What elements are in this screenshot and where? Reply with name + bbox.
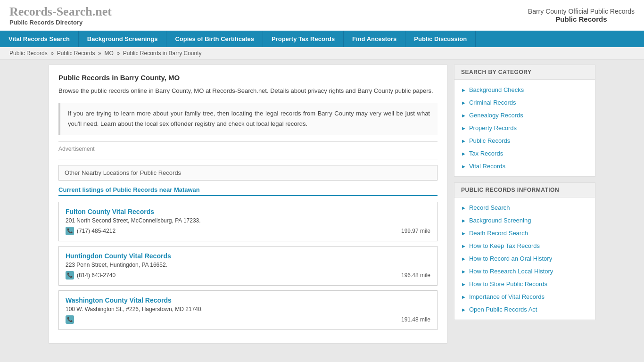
- sidebar-item-background-screening[interactable]: ► Background Screening: [454, 214, 595, 227]
- nav-public-discussion[interactable]: Public Discussion: [405, 31, 476, 47]
- nav-birth-certificates[interactable]: Copies of Birth Certificates: [166, 31, 263, 47]
- sidebar-item-property-records[interactable]: ► Property Records: [454, 122, 595, 134]
- arrow-icon: ►: [461, 294, 466, 300]
- arrow-icon: ►: [461, 230, 466, 236]
- sidebar-item-background-checks[interactable]: ► Background Checks: [454, 83, 595, 96]
- sidebar-item-store-records[interactable]: ► How to Store Public Records: [454, 278, 595, 290]
- record-name[interactable]: Washington County Vital Records: [66, 296, 430, 304]
- blockquote: If you are trying to learn more about yo…: [58, 103, 438, 135]
- phone-icon: 📞: [66, 271, 74, 280]
- breadcrumb-current: Public Records in Barry County: [123, 50, 202, 57]
- sidebar-item-open-public-records[interactable]: ► Open Public Records Act: [454, 303, 595, 316]
- header-county: Barry County Official Public Records: [528, 8, 635, 15]
- nav-property-tax[interactable]: Property Tax Records: [263, 31, 344, 47]
- sidebar-category-list: ► Background Checks ► Criminal Records ►…: [454, 80, 595, 176]
- header: Records-Search.net Public Records Direct…: [0, 0, 644, 31]
- sidebar-item-public-records[interactable]: ► Public Records: [454, 134, 595, 147]
- nav-find-ancestors[interactable]: Find Ancestors: [344, 31, 405, 47]
- record-name[interactable]: Fulton County Vital Records: [66, 208, 430, 215]
- arrow-icon: ►: [461, 205, 466, 211]
- nav-spacer: [476, 31, 625, 47]
- sidebar-item-tax-records[interactable]: ► Tax Records: [454, 147, 595, 160]
- sidebar-item-label: Open Public Records Act: [469, 306, 537, 313]
- sidebar-item-label: Importance of Vital Records: [469, 293, 545, 300]
- logo-text[interactable]: Records-Search.net: [9, 5, 112, 19]
- sidebar-category-title: SEARCH BY CATEGORY: [454, 65, 595, 80]
- sidebar-item-label: Property Records: [469, 124, 517, 132]
- breadcrumb-link-3[interactable]: MO: [104, 50, 113, 57]
- record-address: 223 Penn Street, Huntingdon, PA 16652.: [66, 262, 430, 268]
- sidebar-item-label: How to Research Local History: [469, 268, 553, 275]
- arrow-icon: ►: [461, 100, 466, 106]
- listings-title: Current listings of Public Records near …: [58, 186, 438, 196]
- arrow-icon: ►: [461, 281, 466, 287]
- record-name[interactable]: Huntingdon County Vital Records: [66, 252, 430, 260]
- sidebar-item-label: Record Search: [469, 204, 510, 211]
- sidebar-category-box: SEARCH BY CATEGORY ► Background Checks ►…: [454, 65, 595, 177]
- sidebar-info-title: PUBLIC RECORDS INFORMATION: [454, 183, 595, 197]
- arrow-icon: ►: [461, 218, 466, 223]
- navigation: Vital Records Search Background Screenin…: [0, 31, 644, 47]
- arrow-icon: ►: [461, 138, 466, 144]
- arrow-icon: ►: [461, 125, 466, 131]
- record-phone: 📞 (717) 485-4212: [66, 227, 116, 235]
- nearby-box: Other Nearby Locations for Public Record…: [58, 165, 438, 181]
- arrow-icon: ►: [461, 87, 466, 93]
- record-distance: 199.97 mile: [401, 228, 430, 234]
- arrow-icon: ►: [461, 256, 466, 262]
- arrow-icon: ►: [461, 307, 466, 313]
- record-address: 201 North Second Street, McConnellsburg,…: [66, 217, 430, 224]
- sidebar-item-label: Death Record Search: [469, 230, 528, 237]
- record-card: Huntingdon County Vital Records 223 Penn…: [58, 246, 438, 286]
- breadcrumb-link-1[interactable]: Public Records: [9, 50, 48, 57]
- nav-background-screenings[interactable]: Background Screenings: [79, 31, 167, 47]
- sidebar-item-record-search[interactable]: ► Record Search: [454, 201, 595, 214]
- arrow-icon: ►: [461, 164, 466, 169]
- sidebar-item-local-history[interactable]: ► How to Research Local History: [454, 265, 595, 278]
- main-layout: Public Records in Barry County, MO Brows…: [44, 60, 600, 348]
- record-address: 100 W. Washington St., #226, Hagerstown,…: [66, 306, 430, 313]
- sidebar-item-how-to-keep-tax[interactable]: ► How to Keep Tax Records: [454, 239, 595, 252]
- record-phone-row: 📞 (717) 485-4212 199.97 mile: [66, 227, 430, 235]
- sidebar-item-label: Vital Records: [469, 163, 505, 170]
- arrow-icon: ►: [461, 269, 466, 274]
- record-distance: 191.48 mile: [401, 316, 430, 323]
- nav-end: [625, 31, 644, 47]
- sidebar-info-list: ► Record Search ► Background Screening ►…: [454, 197, 595, 320]
- sidebar-item-oral-history[interactable]: ► How to Record an Oral History: [454, 252, 595, 265]
- header-right: Barry County Official Public Records Pub…: [528, 8, 635, 23]
- phone-icon: 📞: [66, 227, 74, 235]
- sidebar-item-vital-records[interactable]: ► Vital Records: [454, 160, 595, 173]
- sidebar-item-genealogy-records[interactable]: ► Genealogy Records: [454, 109, 595, 122]
- sidebar-item-label: How to Record an Oral History: [469, 255, 552, 262]
- ad-section: Advertisement: [58, 141, 438, 159]
- logo-main: Records-Search.net: [9, 5, 112, 18]
- sidebar-item-label: Criminal Records: [469, 99, 516, 106]
- record-card: Washington County Vital Records 100 W. W…: [58, 290, 438, 330]
- sidebar-item-label: Genealogy Records: [469, 112, 523, 119]
- record-distance: 196.48 mile: [401, 272, 430, 279]
- sidebar-item-label: How to Keep Tax Records: [469, 242, 540, 249]
- arrow-icon: ►: [461, 113, 466, 118]
- logo-subtitle: Public Records Directory: [9, 19, 112, 26]
- record-card: Fulton County Vital Records 201 North Se…: [58, 202, 438, 241]
- sidebar-item-vital-records-importance[interactable]: ► Importance of Vital Records: [454, 290, 595, 303]
- breadcrumb-link-2[interactable]: Public Records: [57, 50, 95, 57]
- nav-vital-records[interactable]: Vital Records Search: [0, 31, 79, 47]
- sidebar-item-label: Background Checks: [469, 86, 524, 93]
- sidebar-item-label: Background Screening: [469, 217, 531, 224]
- arrow-icon: ►: [461, 243, 466, 249]
- header-public-records: Public Records: [528, 15, 635, 23]
- sidebar-item-death-record-search[interactable]: ► Death Record Search: [454, 227, 595, 239]
- logo-area: Records-Search.net Public Records Direct…: [9, 5, 112, 26]
- arrow-icon: ►: [461, 151, 466, 156]
- record-phone-row: 📞 (814) 643-2740 196.48 mile: [66, 271, 430, 280]
- sidebar-item-label: Tax Records: [469, 150, 503, 157]
- phone-number: (814) 643-2740: [77, 272, 116, 279]
- sidebar-item-criminal-records[interactable]: ► Criminal Records: [454, 96, 595, 109]
- breadcrumb: Public Records » Public Records » MO » P…: [0, 47, 644, 60]
- intro-text: Browse the public records online in Barr…: [58, 86, 438, 96]
- page-title: Public Records in Barry County, MO: [58, 74, 438, 82]
- record-phone-row: 📞 191.48 mile: [66, 315, 430, 324]
- phone-icon: 📞: [66, 315, 74, 324]
